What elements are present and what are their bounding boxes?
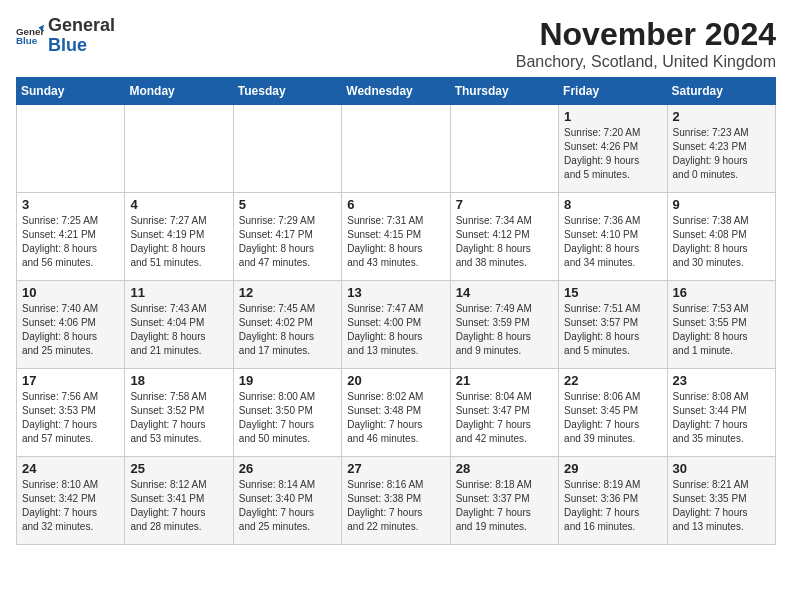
day-cell: 8Sunrise: 7:36 AM Sunset: 4:10 PM Daylig… [559, 193, 667, 281]
day-number: 24 [22, 461, 119, 476]
day-cell: 15Sunrise: 7:51 AM Sunset: 3:57 PM Dayli… [559, 281, 667, 369]
logo-blue-text: Blue [48, 35, 87, 55]
day-info: Sunrise: 7:58 AM Sunset: 3:52 PM Dayligh… [130, 390, 227, 446]
day-cell: 26Sunrise: 8:14 AM Sunset: 3:40 PM Dayli… [233, 457, 341, 545]
day-number: 18 [130, 373, 227, 388]
day-cell: 24Sunrise: 8:10 AM Sunset: 3:42 PM Dayli… [17, 457, 125, 545]
day-info: Sunrise: 8:18 AM Sunset: 3:37 PM Dayligh… [456, 478, 553, 534]
day-number: 4 [130, 197, 227, 212]
day-cell: 23Sunrise: 8:08 AM Sunset: 3:44 PM Dayli… [667, 369, 775, 457]
calendar-table: SundayMondayTuesdayWednesdayThursdayFrid… [16, 77, 776, 545]
day-number: 23 [673, 373, 770, 388]
day-cell [342, 105, 450, 193]
week-row-2: 3Sunrise: 7:25 AM Sunset: 4:21 PM Daylig… [17, 193, 776, 281]
day-number: 3 [22, 197, 119, 212]
day-number: 19 [239, 373, 336, 388]
logo: General Blue General Blue [16, 16, 115, 56]
day-cell [17, 105, 125, 193]
day-info: Sunrise: 7:51 AM Sunset: 3:57 PM Dayligh… [564, 302, 661, 358]
day-cell: 20Sunrise: 8:02 AM Sunset: 3:48 PM Dayli… [342, 369, 450, 457]
header-sunday: Sunday [17, 78, 125, 105]
day-cell: 14Sunrise: 7:49 AM Sunset: 3:59 PM Dayli… [450, 281, 558, 369]
day-cell: 17Sunrise: 7:56 AM Sunset: 3:53 PM Dayli… [17, 369, 125, 457]
day-cell: 4Sunrise: 7:27 AM Sunset: 4:19 PM Daylig… [125, 193, 233, 281]
day-info: Sunrise: 8:08 AM Sunset: 3:44 PM Dayligh… [673, 390, 770, 446]
day-info: Sunrise: 7:53 AM Sunset: 3:55 PM Dayligh… [673, 302, 770, 358]
day-number: 25 [130, 461, 227, 476]
day-number: 5 [239, 197, 336, 212]
day-info: Sunrise: 8:00 AM Sunset: 3:50 PM Dayligh… [239, 390, 336, 446]
day-number: 21 [456, 373, 553, 388]
header-monday: Monday [125, 78, 233, 105]
header-thursday: Thursday [450, 78, 558, 105]
day-info: Sunrise: 7:27 AM Sunset: 4:19 PM Dayligh… [130, 214, 227, 270]
header-tuesday: Tuesday [233, 78, 341, 105]
location-text: Banchory, Scotland, United Kingdom [516, 53, 776, 71]
day-cell [450, 105, 558, 193]
day-info: Sunrise: 8:12 AM Sunset: 3:41 PM Dayligh… [130, 478, 227, 534]
day-cell: 21Sunrise: 8:04 AM Sunset: 3:47 PM Dayli… [450, 369, 558, 457]
day-number: 1 [564, 109, 661, 124]
day-cell: 16Sunrise: 7:53 AM Sunset: 3:55 PM Dayli… [667, 281, 775, 369]
day-info: Sunrise: 7:38 AM Sunset: 4:08 PM Dayligh… [673, 214, 770, 270]
day-number: 17 [22, 373, 119, 388]
day-info: Sunrise: 7:29 AM Sunset: 4:17 PM Dayligh… [239, 214, 336, 270]
day-number: 20 [347, 373, 444, 388]
week-row-3: 10Sunrise: 7:40 AM Sunset: 4:06 PM Dayli… [17, 281, 776, 369]
day-cell: 22Sunrise: 8:06 AM Sunset: 3:45 PM Dayli… [559, 369, 667, 457]
day-number: 29 [564, 461, 661, 476]
day-cell: 11Sunrise: 7:43 AM Sunset: 4:04 PM Dayli… [125, 281, 233, 369]
day-info: Sunrise: 7:47 AM Sunset: 4:00 PM Dayligh… [347, 302, 444, 358]
day-info: Sunrise: 8:19 AM Sunset: 3:36 PM Dayligh… [564, 478, 661, 534]
logo-icon: General Blue [16, 22, 44, 50]
day-cell: 28Sunrise: 8:18 AM Sunset: 3:37 PM Dayli… [450, 457, 558, 545]
page-header: General Blue General Blue November 2024 … [16, 16, 776, 71]
day-cell: 29Sunrise: 8:19 AM Sunset: 3:36 PM Dayli… [559, 457, 667, 545]
day-info: Sunrise: 7:34 AM Sunset: 4:12 PM Dayligh… [456, 214, 553, 270]
header-friday: Friday [559, 78, 667, 105]
day-cell [233, 105, 341, 193]
day-cell: 19Sunrise: 8:00 AM Sunset: 3:50 PM Dayli… [233, 369, 341, 457]
day-info: Sunrise: 8:21 AM Sunset: 3:35 PM Dayligh… [673, 478, 770, 534]
day-cell: 7Sunrise: 7:34 AM Sunset: 4:12 PM Daylig… [450, 193, 558, 281]
day-info: Sunrise: 8:10 AM Sunset: 3:42 PM Dayligh… [22, 478, 119, 534]
day-number: 8 [564, 197, 661, 212]
day-cell: 12Sunrise: 7:45 AM Sunset: 4:02 PM Dayli… [233, 281, 341, 369]
day-number: 28 [456, 461, 553, 476]
logo-general-text: General [48, 15, 115, 35]
header-wednesday: Wednesday [342, 78, 450, 105]
day-info: Sunrise: 7:49 AM Sunset: 3:59 PM Dayligh… [456, 302, 553, 358]
day-info: Sunrise: 8:06 AM Sunset: 3:45 PM Dayligh… [564, 390, 661, 446]
day-info: Sunrise: 7:20 AM Sunset: 4:26 PM Dayligh… [564, 126, 661, 182]
day-number: 2 [673, 109, 770, 124]
day-cell: 6Sunrise: 7:31 AM Sunset: 4:15 PM Daylig… [342, 193, 450, 281]
day-cell: 25Sunrise: 8:12 AM Sunset: 3:41 PM Dayli… [125, 457, 233, 545]
day-cell: 1Sunrise: 7:20 AM Sunset: 4:26 PM Daylig… [559, 105, 667, 193]
calendar-header-row: SundayMondayTuesdayWednesdayThursdayFrid… [17, 78, 776, 105]
day-cell: 9Sunrise: 7:38 AM Sunset: 4:08 PM Daylig… [667, 193, 775, 281]
week-row-5: 24Sunrise: 8:10 AM Sunset: 3:42 PM Dayli… [17, 457, 776, 545]
day-number: 15 [564, 285, 661, 300]
svg-text:Blue: Blue [16, 35, 38, 46]
day-number: 30 [673, 461, 770, 476]
day-info: Sunrise: 7:40 AM Sunset: 4:06 PM Dayligh… [22, 302, 119, 358]
day-info: Sunrise: 7:23 AM Sunset: 4:23 PM Dayligh… [673, 126, 770, 182]
day-info: Sunrise: 8:16 AM Sunset: 3:38 PM Dayligh… [347, 478, 444, 534]
day-number: 27 [347, 461, 444, 476]
day-number: 12 [239, 285, 336, 300]
day-info: Sunrise: 7:36 AM Sunset: 4:10 PM Dayligh… [564, 214, 661, 270]
day-info: Sunrise: 7:25 AM Sunset: 4:21 PM Dayligh… [22, 214, 119, 270]
day-cell: 2Sunrise: 7:23 AM Sunset: 4:23 PM Daylig… [667, 105, 775, 193]
header-saturday: Saturday [667, 78, 775, 105]
day-info: Sunrise: 7:45 AM Sunset: 4:02 PM Dayligh… [239, 302, 336, 358]
day-cell: 5Sunrise: 7:29 AM Sunset: 4:17 PM Daylig… [233, 193, 341, 281]
day-info: Sunrise: 7:43 AM Sunset: 4:04 PM Dayligh… [130, 302, 227, 358]
day-number: 22 [564, 373, 661, 388]
day-cell: 18Sunrise: 7:58 AM Sunset: 3:52 PM Dayli… [125, 369, 233, 457]
title-block: November 2024 Banchory, Scotland, United… [516, 16, 776, 71]
day-number: 11 [130, 285, 227, 300]
day-number: 7 [456, 197, 553, 212]
day-info: Sunrise: 8:02 AM Sunset: 3:48 PM Dayligh… [347, 390, 444, 446]
week-row-4: 17Sunrise: 7:56 AM Sunset: 3:53 PM Dayli… [17, 369, 776, 457]
day-number: 6 [347, 197, 444, 212]
